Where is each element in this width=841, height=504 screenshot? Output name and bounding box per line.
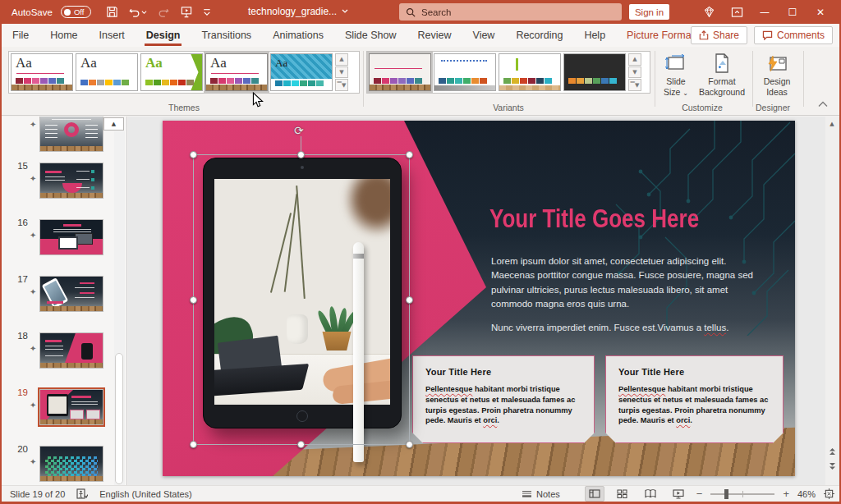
variants-more-button[interactable]: ▔▼ [628, 79, 641, 91]
resize-handle-top-right[interactable] [406, 151, 413, 158]
save-icon[interactable] [106, 6, 118, 18]
search-input[interactable] [421, 7, 586, 17]
tab-insert[interactable]: Insert [89, 24, 136, 47]
design-ideas-button[interactable]: Design Ideas [757, 49, 797, 108]
format-background-button[interactable]: Format Background [696, 49, 747, 108]
theme-thumbnail-wood[interactable]: Aa [11, 53, 73, 91]
redo-button[interactable] [157, 6, 170, 18]
undo-button[interactable] [128, 6, 147, 18]
slide-body-text[interactable]: Lorem ipsum dolor sit amet, consectetuer… [491, 254, 769, 335]
tab-design[interactable]: Design [136, 24, 191, 47]
variant-thumbnail-dark[interactable] [563, 53, 626, 91]
thumbnail-graphic [40, 277, 103, 311]
slide-thumbnail[interactable] [39, 117, 103, 152]
variant-thumbnail-teal[interactable] [434, 53, 496, 91]
variant-thumbnail-pink[interactable] [369, 53, 431, 91]
document-title[interactable]: technology_gradie... [248, 6, 348, 17]
maximize-button[interactable]: ☐ [779, 0, 807, 24]
rotation-handle[interactable]: ⟳ [294, 124, 304, 137]
ribbon-display-options-icon[interactable] [723, 0, 751, 24]
normal-view-button[interactable] [585, 486, 604, 502]
resize-handle-bottom-center[interactable] [297, 441, 305, 448]
zoom-in-button[interactable]: + [783, 488, 789, 500]
tab-file[interactable]: File [2, 24, 39, 47]
tab-slide-show[interactable]: Slide Show [334, 24, 407, 47]
tab-animations[interactable]: Animations [262, 24, 334, 47]
theme-thumbnail-facet[interactable]: Aa [140, 53, 203, 91]
tablet-image[interactable] [203, 158, 402, 428]
resize-handle-middle-left[interactable] [190, 296, 197, 304]
resize-handle-top-center[interactable] [297, 151, 305, 158]
tab-recording[interactable]: Recording [505, 24, 573, 47]
tab-help[interactable]: Help [573, 24, 616, 47]
previous-slide-button[interactable] [826, 446, 838, 457]
slide-thumbnail[interactable] [39, 163, 103, 199]
variants-scroll-up-button[interactable]: ▲ [628, 53, 641, 66]
search-box[interactable] [399, 3, 622, 21]
slideshow-view-button[interactable] [669, 486, 688, 502]
laptop-graphic [58, 236, 78, 250]
tab-view[interactable]: View [462, 24, 506, 47]
autosave-toggle[interactable]: Off [61, 6, 92, 18]
slide-title[interactable]: Your Title Goes Here [489, 204, 699, 234]
slide-thumbnail[interactable] [39, 332, 103, 369]
fit-slide-to-window-button[interactable] [824, 488, 834, 499]
variants-scroll-down-button[interactable]: ▼ [628, 66, 641, 79]
transition-star-icon: ✦ [30, 401, 36, 410]
resize-handle-bottom-left[interactable] [190, 441, 197, 448]
tab-transitions[interactable]: Transitions [191, 24, 262, 47]
start-slideshow-icon[interactable] [180, 6, 193, 18]
slide-thumbnail[interactable] [39, 446, 103, 482]
reading-view-button[interactable] [641, 486, 660, 502]
tab-review[interactable]: Review [407, 24, 462, 47]
comments-button[interactable]: Comments [754, 26, 833, 44]
close-button[interactable]: ✕ [807, 0, 834, 24]
thumbnail-graphic [40, 220, 103, 254]
slide-thumbnail[interactable] [39, 219, 103, 255]
theme-thumbnail-current[interactable]: Aa [205, 53, 268, 91]
resize-handle-top-left[interactable] [190, 151, 197, 158]
variant-thumbnail-green[interactable] [499, 53, 561, 91]
themes-more-button[interactable]: ▔▼ [335, 79, 348, 91]
language-indicator[interactable]: English (United States) [99, 489, 192, 499]
customize-quick-access-toolbar-icon[interactable] [203, 6, 211, 18]
zoom-out-button[interactable]: − [696, 488, 703, 500]
theme-sample-text: Aa [80, 55, 97, 71]
slide-canvas[interactable]: Your Title Goes Here Lorem ipsum dolor s… [163, 121, 795, 476]
thumbnail-graphic [40, 163, 103, 198]
design-ideas-icon [766, 49, 788, 74]
notes-button[interactable]: Notes [522, 489, 560, 499]
slide-indicator[interactable]: Slide 19 of 20 [10, 489, 65, 499]
collapse-ribbon-button[interactable] [818, 101, 828, 108]
editor-scroll-up-button[interactable]: ▲ [826, 118, 838, 130]
share-button[interactable]: Share [691, 26, 747, 44]
sign-in-button[interactable]: Sign in [629, 4, 669, 20]
zoom-slider-thumb[interactable] [724, 489, 728, 499]
panel-scrollbar-thumb[interactable] [115, 353, 123, 484]
content-box-right[interactable]: Your Title Here Pellentesque habitant mo… [605, 355, 784, 443]
content-box-left[interactable]: Your Title Here Pellentesque habitant mo… [412, 355, 595, 443]
slide-sorter-view-button[interactable] [613, 486, 632, 502]
format-background-icon [713, 49, 731, 74]
panel-scroll-up-button[interactable]: ▲ [103, 117, 124, 131]
slide-size-button[interactable]: Slide Size ⌄ [657, 49, 695, 108]
resize-handle-bottom-right[interactable] [406, 441, 413, 448]
zoom-slider[interactable] [710, 493, 774, 495]
slide-thumbnail[interactable] [39, 276, 103, 312]
tab-home[interactable]: Home [39, 24, 88, 47]
theme-thumbnail-integral[interactable]: Aa [270, 53, 333, 91]
resize-handle-middle-right[interactable] [406, 296, 413, 304]
themes-scroll-up-button[interactable]: ▲ [335, 53, 348, 66]
next-slide-button[interactable] [826, 460, 838, 472]
minimize-button[interactable]: — [751, 0, 779, 24]
slide-thumbnail-selected[interactable] [39, 389, 103, 425]
editor-scrollbar[interactable]: ▲ [825, 117, 839, 485]
whats-new-gem-icon[interactable] [695, 0, 723, 24]
accessibility-checker-icon[interactable] [76, 488, 88, 499]
tablet-graphic [47, 394, 68, 416]
group-separator [752, 51, 753, 107]
themes-scroll-down-button[interactable]: ▼ [335, 66, 348, 79]
panel-scrollbar[interactable] [114, 131, 125, 485]
zoom-level[interactable]: 46% [797, 489, 816, 499]
theme-thumbnail-office[interactable]: Aa [76, 53, 138, 91]
